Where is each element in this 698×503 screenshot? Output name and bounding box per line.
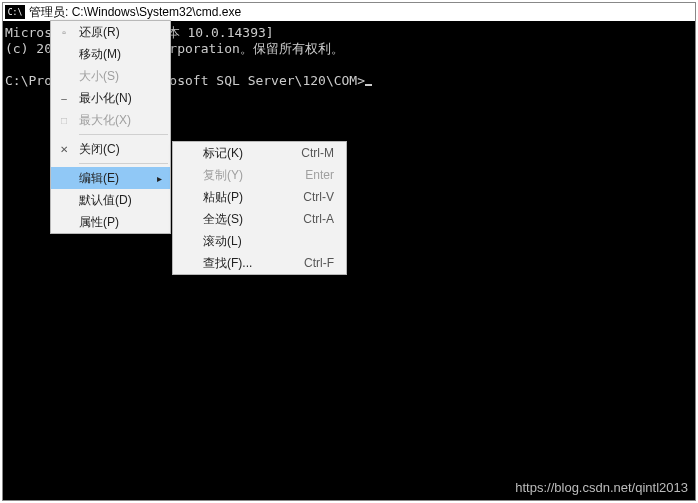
watermark: https://blog.csdn.net/qintl2013	[515, 480, 688, 495]
menu-label: 编辑(E)	[79, 170, 119, 187]
system-menu: ▫ 还原(R) 移动(M) 大小(S) – 最小化(N) □ 最大化(X) ✕ …	[50, 20, 171, 234]
menu-properties[interactable]: 属性(P)	[51, 211, 170, 233]
titlebar[interactable]: C:\ 管理员: C:\Windows\System32\cmd.exe	[3, 3, 695, 21]
menu-paste[interactable]: 粘贴(P) Ctrl-V	[173, 186, 346, 208]
menu-label: 关闭(C)	[79, 141, 120, 158]
menu-label: 查找(F)...	[203, 255, 252, 272]
menu-copy: 复制(Y) Enter	[173, 164, 346, 186]
menu-label: 粘贴(P)	[203, 189, 243, 206]
menu-move[interactable]: 移动(M)	[51, 43, 170, 65]
menu-label: 移动(M)	[79, 46, 121, 63]
menu-separator	[79, 134, 168, 135]
menu-find[interactable]: 查找(F)... Ctrl-F	[173, 252, 346, 274]
menu-selectall[interactable]: 全选(S) Ctrl-A	[173, 208, 346, 230]
chevron-right-icon: ▸	[157, 173, 162, 184]
menu-label: 最大化(X)	[79, 112, 131, 129]
menu-label: 属性(P)	[79, 214, 119, 231]
menu-defaults[interactable]: 默认值(D)	[51, 189, 170, 211]
menu-size: 大小(S)	[51, 65, 170, 87]
menu-label: 标记(K)	[203, 145, 243, 162]
menu-label: 还原(R)	[79, 24, 120, 41]
minimize-icon: –	[57, 91, 71, 105]
cmd-icon[interactable]: C:\	[5, 5, 25, 19]
menu-close[interactable]: ✕ 关闭(C)	[51, 138, 170, 160]
menu-shortcut: Ctrl-F	[274, 256, 334, 270]
menu-mark[interactable]: 标记(K) Ctrl-M	[173, 142, 346, 164]
menu-label: 复制(Y)	[203, 167, 243, 184]
menu-shortcut: Ctrl-V	[273, 190, 334, 204]
menu-label: 全选(S)	[203, 211, 243, 228]
edit-submenu: 标记(K) Ctrl-M 复制(Y) Enter 粘贴(P) Ctrl-V 全选…	[172, 141, 347, 275]
menu-label: 大小(S)	[79, 68, 119, 85]
menu-shortcut: Ctrl-A	[273, 212, 334, 226]
cursor	[365, 84, 372, 86]
menu-restore[interactable]: ▫ 还原(R)	[51, 21, 170, 43]
menu-maximize: □ 最大化(X)	[51, 109, 170, 131]
close-icon: ✕	[57, 142, 71, 156]
menu-edit[interactable]: 编辑(E) ▸	[51, 167, 170, 189]
restore-icon: ▫	[57, 25, 71, 39]
menu-minimize[interactable]: – 最小化(N)	[51, 87, 170, 109]
menu-separator	[79, 163, 168, 164]
maximize-icon: □	[57, 113, 71, 127]
menu-shortcut: Ctrl-M	[271, 146, 334, 160]
menu-shortcut: Enter	[275, 168, 334, 182]
menu-scroll[interactable]: 滚动(L)	[173, 230, 346, 252]
menu-label: 默认值(D)	[79, 192, 132, 209]
menu-label: 最小化(N)	[79, 90, 132, 107]
menu-label: 滚动(L)	[203, 233, 242, 250]
window-title: 管理员: C:\Windows\System32\cmd.exe	[29, 4, 241, 21]
